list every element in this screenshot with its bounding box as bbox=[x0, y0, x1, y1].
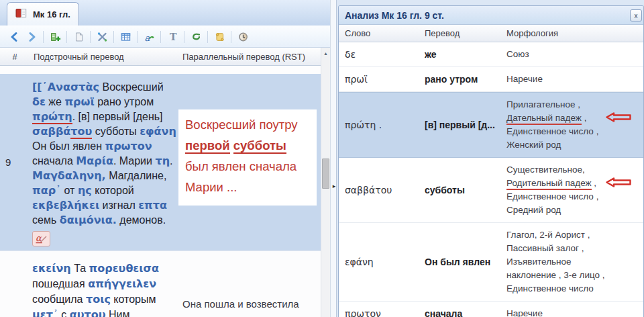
new-page-icon[interactable] bbox=[70, 29, 87, 45]
interlinear-panel: Мк 16 гл. aT # Подстрочный перевод Парал… bbox=[0, 0, 330, 317]
add-book-icon[interactable] bbox=[46, 29, 64, 45]
column-header-number: # bbox=[0, 52, 30, 62]
verse-number: 9 bbox=[0, 74, 30, 251]
analysis-title: Анализ Мк 16 гл. 9 ст. bbox=[345, 10, 444, 21]
morphology-text: Единственное число , bbox=[506, 191, 598, 201]
analysis-row[interactable]: πρωτονсначалаНаречие bbox=[339, 302, 643, 317]
greek-word[interactable]: του bbox=[70, 125, 92, 139]
analysis-word: εφάνη bbox=[339, 257, 422, 267]
morphology-text: Прилагательное , bbox=[506, 99, 580, 109]
analysis-wrap: Анализ Мк 16 гл. 9 ст. x Слово Перевод М… bbox=[337, 0, 644, 317]
greek-word[interactable]: ης bbox=[78, 184, 92, 197]
russian-text: Ним bbox=[109, 309, 130, 317]
morphology-text: Пассивный залог , bbox=[506, 243, 584, 253]
column-header-morphology: Морфология bbox=[502, 28, 643, 38]
analysis-row[interactable]: δεжеСоюз bbox=[339, 42, 643, 67]
greek-word[interactable]: πρωϊ bbox=[64, 95, 94, 108]
verse-row-10[interactable]: εκείνη Та πορευθεισαпошедшая απήγγειλενс… bbox=[0, 251, 321, 317]
greek-word[interactable]: Μαρία bbox=[76, 154, 113, 167]
table-icon[interactable] bbox=[117, 29, 134, 45]
tools-icon[interactable] bbox=[93, 29, 111, 45]
back-icon[interactable] bbox=[5, 29, 23, 45]
panel-splitter[interactable]: ▸ bbox=[330, 0, 337, 317]
left-table-header: # Подстрочный перевод Параллельный перев… bbox=[0, 48, 321, 66]
text-icon[interactable]: T bbox=[164, 29, 181, 45]
russian-text: пошедшая bbox=[32, 278, 85, 289]
toolbar-separator bbox=[90, 31, 91, 43]
analysis-translation: сначала bbox=[422, 308, 502, 317]
russian-text: . bbox=[72, 111, 75, 122]
toolbar-separator bbox=[207, 31, 208, 43]
greek-word[interactable]: εφάνη bbox=[140, 125, 176, 138]
morphology-highlight: Родительный падеж bbox=[506, 178, 592, 190]
column-header-word: Слово bbox=[339, 28, 422, 38]
hebrew-icon[interactable] bbox=[187, 29, 205, 45]
analysis-translation: же bbox=[422, 49, 502, 60]
analysis-row[interactable]: σαββάτουсубботыСуществительное,Родительн… bbox=[339, 158, 643, 223]
analysis-word: δε bbox=[339, 49, 422, 60]
analysis-morphology: Наречие bbox=[502, 73, 643, 86]
greek-word[interactable]: τη bbox=[155, 154, 170, 167]
note-text: был явлен сначала bbox=[185, 159, 297, 173]
annotation-arrow-icon bbox=[605, 177, 633, 192]
greek-word[interactable]: τοις bbox=[86, 293, 111, 306]
verses-area: 9 [[᾿Αναστὰς Воскресшийδε же πρωϊ рано у… bbox=[0, 66, 321, 317]
morphology-text: Единственное число bbox=[506, 283, 594, 293]
annotation-arrow-icon bbox=[605, 111, 633, 127]
greek-word[interactable]: επτα bbox=[138, 199, 167, 212]
greek-word[interactable]: πρωτον bbox=[105, 140, 152, 152]
analysis-word: πρωτον bbox=[339, 308, 422, 317]
russian-text: демонов. bbox=[119, 214, 166, 226]
greek-word[interactable]: Μαγδαληνη, bbox=[32, 169, 106, 182]
morphology-highlight: Дательный падеж bbox=[506, 113, 582, 125]
interlinear-text-v9: [[᾿Αναστὰς Воскресшийδε же πρωϊ рано утр… bbox=[30, 74, 177, 251]
morphology-text: , bbox=[592, 178, 597, 188]
analysis-table-header: Слово Перевод Морфология bbox=[339, 25, 643, 42]
greek-word[interactable]: [[᾿Αναστὰς bbox=[32, 81, 99, 93]
analysis-row[interactable]: πρωϊрано утромНаречие bbox=[339, 67, 643, 92]
morphology-text: Глагол, 2-й Аорист , bbox=[506, 230, 590, 240]
analysis-morphology: Глагол, 2-й Аорист ,Пассивный залог ,Изъ… bbox=[502, 228, 643, 296]
forward-icon[interactable] bbox=[23, 29, 40, 45]
greek-word[interactable]: εκείνη bbox=[32, 262, 71, 275]
analysis-morphology: Наречие bbox=[502, 307, 643, 317]
greek-word[interactable]: απήγγειλεν bbox=[88, 277, 156, 290]
scroll-icon[interactable] bbox=[211, 29, 228, 45]
note-text: первой bbox=[185, 138, 230, 154]
vertical-scrollbar[interactable]: ▲ bbox=[321, 48, 330, 317]
greek-word[interactable]: εκβεβλήκει bbox=[32, 199, 99, 212]
tab-mark-16[interactable]: Мк 16 гл. bbox=[7, 2, 79, 26]
analysis-translation: [в] первый [д... bbox=[422, 120, 502, 130]
analysis-word: σαββάτου bbox=[339, 185, 422, 195]
russian-text: от bbox=[64, 185, 75, 196]
greek-word[interactable]: πορευθεισα bbox=[89, 262, 159, 275]
verse-row-9[interactable]: 9 [[᾿Αναστὰς Воскресшийδε же πρωϊ рано у… bbox=[0, 74, 321, 251]
alpha-note-icon[interactable]: α bbox=[32, 231, 50, 246]
analysis-word: πρωϊ bbox=[339, 74, 422, 85]
russian-text: . bbox=[113, 155, 116, 167]
greek-word[interactable]: μετ᾿ bbox=[32, 308, 58, 317]
close-icon[interactable]: x bbox=[630, 9, 642, 21]
greek-word[interactable]: δε bbox=[32, 95, 46, 108]
parallel-text-v10: Она пошла и возвестила bbox=[177, 251, 321, 310]
scrollbar-up-icon[interactable]: ▲ bbox=[321, 48, 330, 58]
verse-number bbox=[0, 251, 30, 317]
greek-word[interactable]: αυτου bbox=[70, 308, 106, 317]
letters-icon[interactable]: a bbox=[140, 29, 158, 45]
history-icon[interactable] bbox=[234, 29, 252, 45]
toolbar-separator bbox=[113, 31, 114, 43]
splitter-collapse-icon[interactable]: ▸ bbox=[331, 183, 337, 189]
greek-word[interactable]: δαιμόνια. bbox=[60, 214, 117, 226]
greek-word[interactable]: παρ᾿ bbox=[32, 184, 61, 197]
russian-text: Он был явлен bbox=[32, 140, 102, 152]
analysis-panel: Анализ Мк 16 гл. 9 ст. x Слово Перевод М… bbox=[338, 5, 644, 317]
app-window: Мк 16 гл. aT # Подстрочный перевод Парал… bbox=[0, 0, 644, 317]
analysis-row[interactable]: πρώτη .[в] первый [д...Прилагательное ,Д… bbox=[339, 92, 643, 158]
analysis-row[interactable]: εφάνηОн был явленГлагол, 2-й Аорист ,Пас… bbox=[339, 223, 643, 302]
greek-word[interactable]: σαββά bbox=[32, 125, 70, 138]
greek-word[interactable]: πρώτη bbox=[32, 110, 72, 124]
scrollbar-thumb[interactable] bbox=[322, 158, 329, 189]
morphology-text: Женский род bbox=[506, 140, 561, 150]
toolbar-separator bbox=[231, 31, 231, 43]
column-header-interlinear: Подстрочный перевод bbox=[30, 52, 177, 62]
